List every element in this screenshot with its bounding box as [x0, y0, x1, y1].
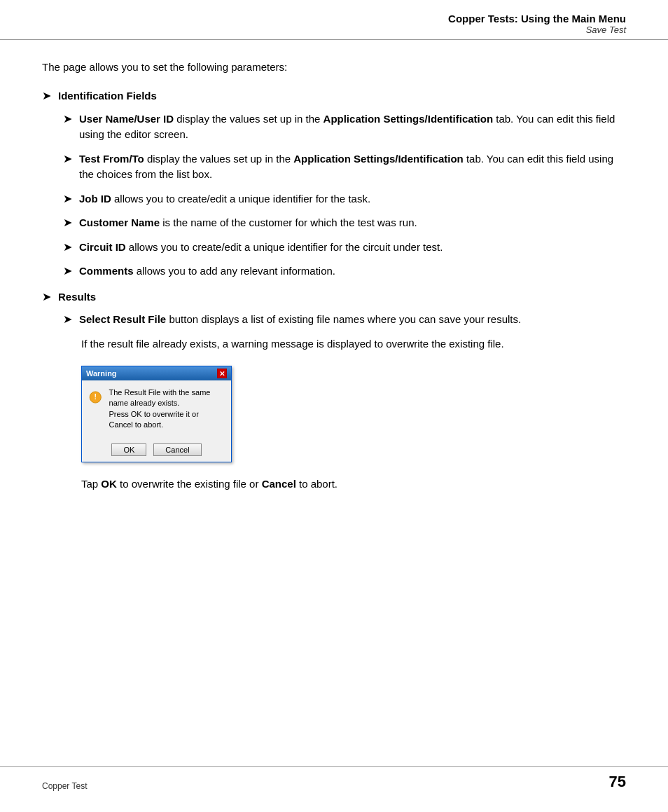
dialog-ok-button[interactable]: OK	[111, 443, 146, 456]
section-results-header: ➤ Results	[42, 289, 626, 305]
page-number: 75	[609, 773, 626, 791]
results-label: Results	[58, 289, 96, 305]
arrow-icon-comments: ➤	[63, 264, 72, 277]
list-item-user-name: ➤ User Name/User ID display the values s…	[63, 111, 626, 143]
dialog-cancel-button[interactable]: Cancel	[153, 443, 201, 456]
dialog-message-line2: Press OK to overwrite it or Cancel to ab…	[109, 410, 199, 429]
list-item-job-id: ➤ Job ID allows you to create/edit a uni…	[63, 191, 626, 207]
list-item-select-result-file: ➤ Select Result File button displays a l…	[63, 312, 626, 328]
page-header: Copper Tests: Using the Main Menu Save T…	[0, 0, 668, 40]
identification-items: ➤ User Name/User ID display the values s…	[63, 111, 626, 280]
dialog-screenshot: Warning ✕ ! The Result File with the s	[81, 366, 626, 462]
list-item-test-from-to: ➤ Test From/To display the values set up…	[63, 151, 626, 183]
section-results: ➤ Results ➤ Select Result File button di…	[42, 289, 626, 493]
section-identification-header: ➤ Identification Fields	[42, 88, 626, 104]
dialog-body: ! The Result File with the same name alr…	[82, 380, 231, 438]
test-from-to-text: Test From/To display the values set up i…	[79, 151, 626, 183]
dialog-message-line1: The Result File with the same name alrea…	[109, 388, 211, 407]
header-subtitle: Save Test	[42, 25, 626, 35]
warning-dialog: Warning ✕ ! The Result File with the s	[81, 366, 232, 462]
comments-text: Comments allows you to add any relevant …	[79, 263, 335, 280]
arrow-icon-results: ➤	[42, 290, 51, 303]
dialog-titlebar: Warning ✕	[82, 366, 231, 380]
footer-left-text: Copper Test	[42, 781, 87, 791]
dialog-title: Warning	[86, 369, 117, 378]
section-identification: ➤ Identification Fields ➤ User Name/User…	[42, 88, 626, 280]
tap-instruction: Tap OK to overwrite the existing file or…	[81, 476, 626, 493]
dialog-message: The Result File with the same name alrea…	[109, 387, 224, 431]
svg-text:!: !	[95, 393, 97, 401]
arrow-icon-user-name: ➤	[63, 112, 72, 125]
page-container: Copper Tests: Using the Main Menu Save T…	[0, 0, 668, 812]
arrow-icon-1: ➤	[42, 89, 51, 102]
arrow-icon-test-from-to: ➤	[63, 152, 72, 165]
list-item-circuit-id: ➤ Circuit ID allows you to create/edit a…	[63, 240, 626, 256]
results-items: ➤ Select Result File button displays a l…	[63, 312, 626, 492]
warning-description: If the result file already exists, a war…	[81, 336, 626, 352]
header-title: Copper Tests: Using the Main Menu	[42, 13, 626, 25]
arrow-icon-circuit-id: ➤	[63, 240, 72, 254]
dialog-close-button[interactable]: ✕	[217, 369, 227, 378]
arrow-icon-job-id: ➤	[63, 192, 72, 205]
user-name-text: User Name/User ID display the values set…	[79, 111, 626, 143]
warning-icon: !	[89, 387, 102, 407]
dialog-buttons: OK Cancel	[82, 438, 231, 462]
list-item-comments: ➤ Comments allows you to add any relevan…	[63, 263, 626, 280]
select-result-text: Select Result File button displays a lis…	[79, 312, 521, 328]
arrow-icon-customer-name: ➤	[63, 216, 72, 229]
intro-text: The page allows you to set the following…	[42, 61, 626, 73]
main-content: The page allows you to set the following…	[0, 40, 668, 544]
job-id-text: Job ID allows you to create/edit a uniqu…	[79, 191, 370, 207]
circuit-id-text: Circuit ID allows you to create/edit a u…	[79, 240, 443, 256]
list-item-customer-name: ➤ Customer Name is the name of the custo…	[63, 215, 626, 231]
page-footer: Copper Test 75	[0, 766, 668, 791]
identification-label: Identification Fields	[58, 88, 157, 104]
customer-name-text: Customer Name is the name of the custome…	[79, 215, 417, 231]
arrow-icon-select-result: ➤	[63, 312, 72, 326]
